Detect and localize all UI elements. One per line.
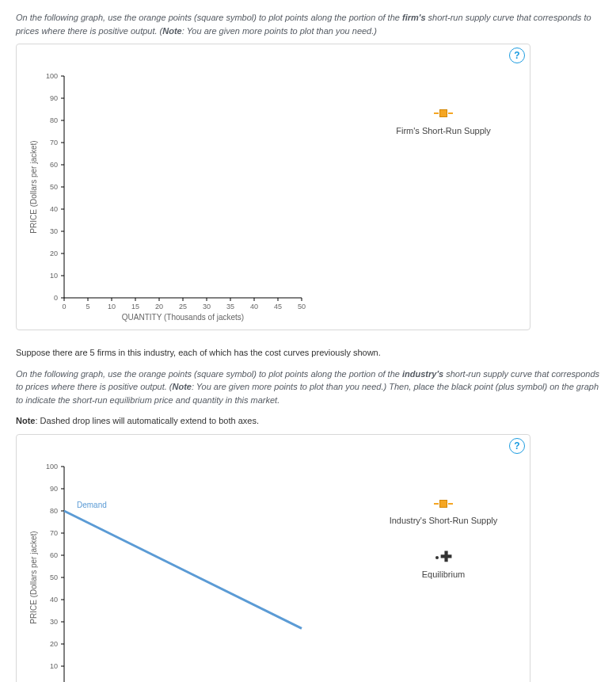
svg-text:40: 40 bbox=[50, 596, 58, 604]
instruction-2: On the following graph, use the orange p… bbox=[16, 368, 600, 407]
help-button[interactable]: ? bbox=[509, 48, 525, 63]
svg-text:80: 80 bbox=[50, 116, 58, 124]
y-axis-label: PRICE (Dollars per jacket) bbox=[29, 531, 38, 623]
svg-text:50: 50 bbox=[298, 303, 306, 311]
svg-text:15: 15 bbox=[131, 303, 139, 311]
help-button[interactable]: ? bbox=[509, 438, 525, 454]
text-suppose: Suppose there are 5 firms in this indust… bbox=[16, 346, 600, 360]
svg-text:60: 60 bbox=[50, 551, 58, 559]
chart-firm[interactable]: 0 10 20 30 40 50 60 70 80 90 100 0 bbox=[25, 68, 357, 322]
svg-text:20: 20 bbox=[50, 640, 58, 648]
square-point-icon bbox=[439, 500, 447, 508]
svg-text:80: 80 bbox=[50, 507, 58, 515]
svg-text:20: 20 bbox=[50, 250, 58, 257]
svg-text:30: 30 bbox=[50, 227, 58, 235]
svg-text:10: 10 bbox=[50, 272, 58, 280]
y-axis-label: PRICE (Dollars per jacket) bbox=[29, 140, 38, 233]
legend-industry-supply[interactable]: Industry's Short-Run Supply bbox=[373, 498, 514, 528]
svg-text:70: 70 bbox=[50, 139, 58, 147]
svg-text:20: 20 bbox=[155, 303, 163, 311]
svg-text:70: 70 bbox=[50, 529, 58, 537]
x-axis-label: QUANTITY (Thousands of jackets) bbox=[122, 313, 244, 322]
svg-text:100: 100 bbox=[46, 463, 58, 471]
instruction-1: On the following graph, use the orange p… bbox=[16, 11, 600, 37]
demand-line bbox=[64, 511, 302, 628]
svg-text:40: 40 bbox=[250, 303, 258, 311]
chart-industry[interactable]: 0 10 20 30 40 50 60 70 80 90 100 0 bbox=[25, 459, 357, 683]
svg-text:90: 90 bbox=[50, 485, 58, 493]
note-dashed: Note: Dashed drop lines will automatical… bbox=[16, 414, 600, 428]
demand-label: Demand bbox=[77, 501, 107, 509]
svg-text:40: 40 bbox=[50, 205, 58, 213]
svg-text:50: 50 bbox=[50, 573, 58, 581]
svg-text:5: 5 bbox=[86, 303, 89, 311]
legend-equilibrium[interactable]: ✚ Equilibrium bbox=[373, 550, 514, 581]
svg-text:90: 90 bbox=[50, 94, 58, 102]
svg-text:25: 25 bbox=[179, 303, 187, 311]
svg-text:100: 100 bbox=[46, 72, 58, 80]
svg-text:10: 10 bbox=[50, 662, 58, 670]
svg-text:60: 60 bbox=[50, 161, 58, 169]
graph-panel-firm: ? 0 10 20 30 40 50 60 70 bbox=[16, 44, 530, 330]
svg-text:10: 10 bbox=[108, 303, 116, 311]
legend-firm-supply[interactable]: Firm's Short-Run Supply bbox=[373, 108, 514, 137]
svg-text:0: 0 bbox=[54, 294, 58, 302]
svg-text:45: 45 bbox=[274, 303, 282, 311]
svg-text:50: 50 bbox=[50, 183, 58, 191]
svg-text:0: 0 bbox=[62, 303, 66, 311]
graph-panel-industry: ? 0 10 20 30 40 50 60 70 80 bbox=[16, 434, 530, 683]
svg-text:35: 35 bbox=[226, 303, 234, 311]
svg-text:30: 30 bbox=[50, 618, 58, 626]
plus-point-icon: ✚ bbox=[435, 549, 452, 565]
svg-text:30: 30 bbox=[203, 303, 211, 311]
square-point-icon bbox=[439, 109, 447, 117]
